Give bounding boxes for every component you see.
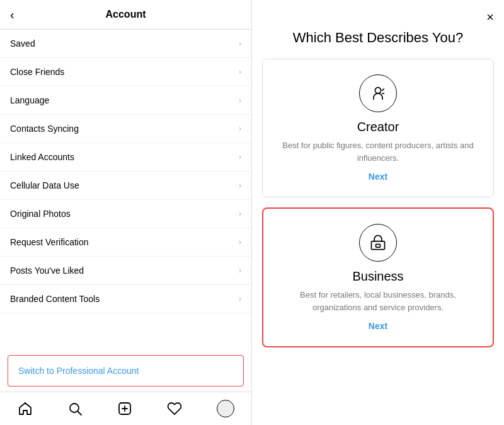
menu-list: Saved › Close Friends › Language › Conta… (0, 30, 251, 350)
chevron-right-icon: › (239, 238, 241, 247)
add-nav-icon[interactable] (117, 401, 132, 416)
menu-item-label: Close Friends (10, 67, 64, 77)
chevron-right-icon: › (239, 181, 241, 190)
menu-item-label: Branded Content Tools (10, 294, 100, 304)
menu-item-saved[interactable]: Saved › (0, 30, 251, 58)
switch-professional-button[interactable]: Switch to Professional Account (8, 355, 244, 387)
creator-desc: Best for public figures, content produce… (275, 139, 481, 164)
menu-item-request-verification[interactable]: Request Verification › (0, 228, 251, 257)
creator-title: Creator (357, 120, 399, 134)
home-icon (18, 401, 33, 416)
business-next-button[interactable]: Next (369, 321, 387, 331)
svg-rect-7 (376, 244, 381, 247)
chevron-right-icon: › (239, 96, 241, 105)
svg-line-1 (77, 412, 81, 416)
chevron-right-icon: › (239, 153, 241, 161)
chevron-right-icon: › (239, 266, 241, 275)
profile-nav-icon[interactable] (217, 400, 234, 417)
home-nav-icon[interactable] (18, 401, 33, 416)
search-nav-icon[interactable] (67, 401, 83, 416)
menu-item-label: Request Verification (10, 237, 89, 247)
menu-item-label: Language (10, 95, 49, 105)
chevron-right-icon: › (239, 209, 241, 218)
menu-item-posts-you've-liked[interactable]: Posts You've Liked › (0, 257, 251, 285)
heart-icon (167, 401, 182, 416)
search-icon (67, 401, 83, 416)
menu-item-linked-accounts[interactable]: Linked Accounts › (0, 143, 251, 172)
chevron-right-icon: › (239, 67, 241, 76)
creator-next-button[interactable]: Next (369, 172, 387, 182)
menu-item-contacts-syncing[interactable]: Contacts Syncing › (0, 115, 251, 143)
menu-item-label: Cellular Data Use (10, 180, 79, 190)
creator-icon-circle (359, 74, 397, 112)
close-button[interactable]: × (486, 10, 494, 25)
menu-item-language[interactable]: Language › (0, 86, 251, 115)
heart-nav-icon[interactable] (167, 401, 182, 416)
chevron-right-icon: › (239, 124, 241, 133)
business-title: Business (352, 269, 403, 284)
chevron-right-icon: › (239, 39, 241, 48)
business-icon (369, 234, 387, 252)
right-panel: × Which Best Describes You? Creator Best… (252, 0, 504, 425)
business-icon-circle (359, 224, 397, 262)
right-header: × (262, 10, 494, 25)
menu-item-label: Linked Accounts (10, 152, 74, 162)
header-title: Account (106, 9, 146, 20)
business-card[interactable]: Business Best for retailers, local busin… (262, 207, 494, 347)
menu-item-label: Original Photos (10, 209, 71, 219)
menu-item-close-friends[interactable]: Close Friends › (0, 58, 251, 86)
creator-card[interactable]: Creator Best for public figures, content… (262, 59, 494, 197)
page-title: Which Best Describes You? (262, 30, 494, 46)
account-header: ‹ Account (0, 0, 251, 30)
chevron-right-icon: › (239, 294, 241, 303)
back-icon[interactable]: ‹ (10, 8, 14, 22)
menu-item-cellular-data-use[interactable]: Cellular Data Use › (0, 172, 251, 200)
menu-item-branded-content-tools[interactable]: Branded Content Tools › (0, 285, 251, 313)
svg-rect-6 (372, 242, 385, 250)
switch-professional-label: Switch to Professional Account (18, 366, 139, 376)
business-desc: Best for retailers, local businesses, br… (276, 289, 480, 313)
menu-item-label: Posts You've Liked (10, 265, 84, 276)
menu-item-original-photos[interactable]: Original Photos › (0, 200, 251, 228)
creator-icon (369, 84, 387, 102)
svg-point-5 (375, 88, 381, 93)
menu-item-label: Contacts Syncing (10, 124, 79, 134)
profile-avatar (217, 400, 234, 417)
left-panel: ‹ Account Saved › Close Friends › Langua… (0, 0, 252, 425)
menu-item-label: Saved (10, 38, 35, 49)
add-icon (117, 401, 132, 416)
bottom-nav (0, 392, 251, 425)
